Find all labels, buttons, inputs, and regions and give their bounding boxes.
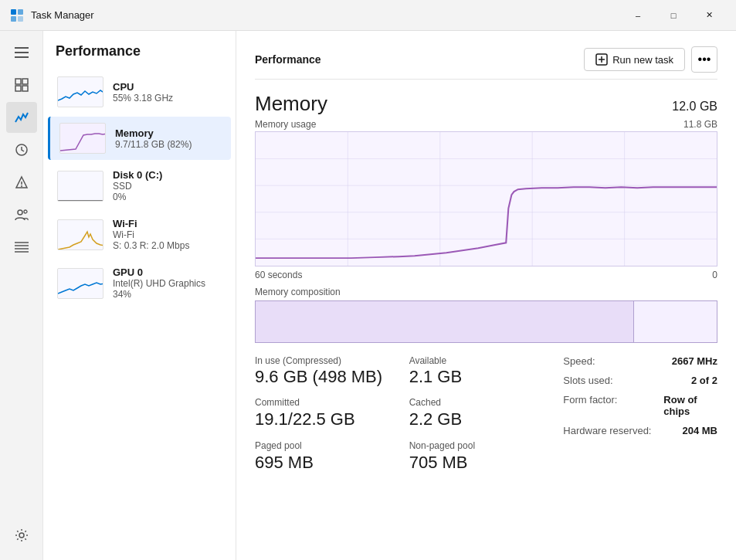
run-new-task-button[interactable]: Run new task <box>584 48 685 71</box>
cpu-label: CPU <box>113 81 222 93</box>
wifi-label: Wi-Fi <box>113 218 222 229</box>
hw-reserved-value: 204 MB <box>682 425 717 436</box>
nav-processes-icon[interactable] <box>6 70 37 100</box>
cached-value: 2.2 GB <box>409 409 564 429</box>
nav-startup-icon[interactable] <box>6 167 37 198</box>
app-icon <box>9 8 25 23</box>
stats-grid: In use (Compressed) 9.6 GB (498 MB) Comm… <box>255 355 717 473</box>
svg-point-14 <box>21 185 22 187</box>
cpu-detail: 55% 3.18 GHz <box>113 93 222 104</box>
run-new-task-label: Run new task <box>612 54 673 66</box>
maximize-button[interactable]: □ <box>656 0 691 31</box>
memory-detail: 9.7/11.8 GB (82%) <box>115 139 222 150</box>
sidebar-item-wifi[interactable]: Wi-Fi Wi-Fi S: 0.3 R: 2.0 Mbps <box>48 212 231 257</box>
page-title: Performance <box>255 53 321 66</box>
memory-chart-svg <box>256 132 717 266</box>
sidebar-item-gpu[interactable]: GPU 0 Intel(R) UHD Graphics 34% <box>48 260 231 306</box>
gpu-detail2: 34% <box>113 289 222 300</box>
main-header: Performance Run new task ••• <box>255 46 717 80</box>
nav-hamburger-icon[interactable] <box>6 37 37 68</box>
window-controls: – □ ✕ <box>620 0 727 31</box>
comp-in-use <box>256 301 634 342</box>
memory-main-title: Memory <box>255 92 327 116</box>
left-nav-bar <box>0 31 43 560</box>
non-paged-pool-stat: Non-paged pool 705 MB <box>409 440 564 473</box>
committed-stat: Committed 19.1/22.5 GB <box>255 397 409 429</box>
main-content: Performance Run new task ••• Memory 12.0… <box>236 31 736 560</box>
committed-value: 19.1/22.5 GB <box>255 409 409 429</box>
speed-row: Speed: 2667 MHz <box>563 355 717 367</box>
svg-point-16 <box>24 210 27 213</box>
comp-available <box>634 301 717 342</box>
svg-rect-5 <box>15 52 29 53</box>
gpu-detail1: Intel(R) UHD Graphics <box>113 278 222 289</box>
svg-rect-3 <box>18 16 23 22</box>
stats-col-3: Speed: 2667 MHz Slots used: 2 of 2 Form … <box>563 355 717 473</box>
nav-app-history-icon[interactable] <box>6 134 37 165</box>
run-task-icon <box>595 53 608 66</box>
svg-rect-4 <box>15 47 29 49</box>
sidebar-title: Performance <box>43 31 236 69</box>
memory-usage-label: Memory usage <box>255 119 316 130</box>
non-paged-pool-value: 705 MB <box>409 453 564 473</box>
paged-pool-stat: Paged pool 695 MB <box>255 440 409 473</box>
wifi-mini-chart <box>57 219 103 250</box>
hw-reserved-row: Hardware reserved: 204 MB <box>563 425 717 436</box>
svg-point-15 <box>18 210 22 215</box>
close-button[interactable]: ✕ <box>691 0 727 31</box>
available-label: Available <box>409 355 564 366</box>
wifi-detail1: Wi-Fi <box>113 229 222 240</box>
chart-time-row: 60 seconds 0 <box>255 270 717 280</box>
app-title: Task Manager <box>31 9 620 21</box>
cpu-info: CPU 55% 3.18 GHz <box>113 81 222 104</box>
memory-composition-bar <box>255 300 717 343</box>
memory-usage-chart <box>255 131 717 266</box>
wifi-info: Wi-Fi Wi-Fi S: 0.3 R: 2.0 Mbps <box>113 218 222 251</box>
available-stat: Available 2.1 GB <box>409 355 564 386</box>
chart-seconds-label: 60 seconds <box>255 270 302 280</box>
more-options-button[interactable]: ••• <box>691 46 717 73</box>
speed-label: Speed: <box>563 355 663 367</box>
slots-value: 2 of 2 <box>691 375 717 386</box>
svg-rect-0 <box>11 9 16 15</box>
memory-total-label: 12.0 GB <box>672 100 717 114</box>
header-actions: Run new task ••• <box>584 46 717 73</box>
hw-reserved-label: Hardware reserved: <box>563 425 663 436</box>
memory-info: Memory 9.7/11.8 GB (82%) <box>115 127 222 150</box>
sidebar-item-cpu[interactable]: CPU 55% 3.18 GHz <box>48 70 231 114</box>
slots-label: Slots used: <box>563 375 663 386</box>
svg-point-21 <box>19 533 24 538</box>
paged-pool-label: Paged pool <box>255 440 409 451</box>
minimize-button[interactable]: – <box>620 0 656 31</box>
svg-rect-9 <box>15 86 21 91</box>
form-factor-row: Form factor: Row of chips <box>563 394 717 417</box>
sidebar-item-memory[interactable]: Memory 9.7/11.8 GB (82%) <box>48 117 231 160</box>
stats-col-1: In use (Compressed) 9.6 GB (498 MB) Comm… <box>255 355 409 473</box>
svg-rect-8 <box>22 79 28 84</box>
gpu-info: GPU 0 Intel(R) UHD Graphics 34% <box>113 266 222 300</box>
svg-rect-1 <box>18 9 23 15</box>
chart-zero-label: 0 <box>712 270 717 280</box>
memory-title-row: Memory 12.0 GB <box>255 92 717 116</box>
wifi-detail2: S: 0.3 R: 2.0 Mbps <box>113 240 222 251</box>
memory-label: Memory <box>115 127 222 139</box>
nav-users-icon[interactable] <box>6 199 37 230</box>
gpu-label: GPU 0 <box>113 266 222 278</box>
sidebar-item-disk[interactable]: Disk 0 (C:) SSD 0% <box>48 163 231 209</box>
nav-performance-icon[interactable] <box>6 102 37 133</box>
cached-stat: Cached 2.2 GB <box>409 397 564 429</box>
form-factor-value: Row of chips <box>663 394 717 417</box>
available-value: 2.1 GB <box>409 368 564 386</box>
nav-details-icon[interactable] <box>6 232 37 263</box>
gpu-mini-chart <box>57 268 103 299</box>
disk-label: Disk 0 (C:) <box>113 169 222 181</box>
in-use-value: 9.6 GB (498 MB) <box>255 368 409 386</box>
disk-detail1: SSD <box>113 181 222 192</box>
in-use-stat: In use (Compressed) 9.6 GB (498 MB) <box>255 355 409 386</box>
nav-settings-icon[interactable] <box>6 520 37 551</box>
svg-rect-10 <box>22 86 28 91</box>
disk-mini-chart <box>57 171 103 202</box>
paged-pool-value: 695 MB <box>255 453 409 473</box>
disk-detail2: 0% <box>113 192 222 202</box>
speed-value: 2667 MHz <box>672 355 717 367</box>
